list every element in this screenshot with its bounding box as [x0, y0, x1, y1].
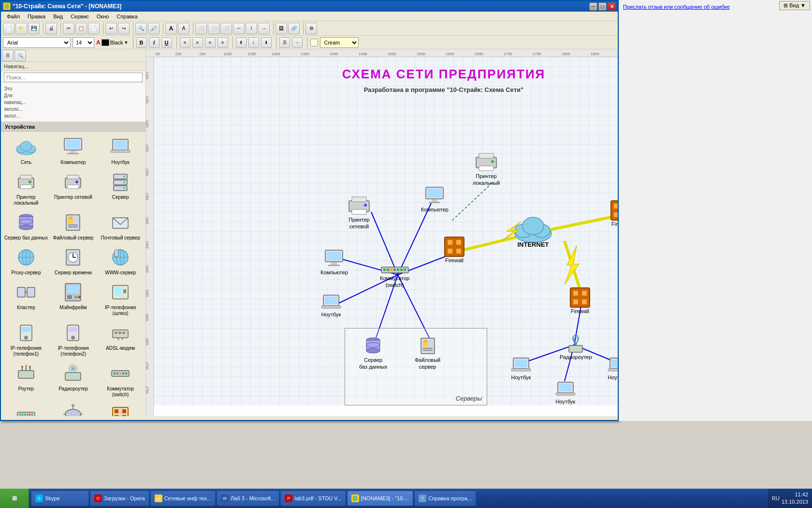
zoom-in-button[interactable]: 🔍 — [135, 23, 147, 34]
section-header-devices[interactable]: Устройства — [1, 122, 145, 132]
device-hub[interactable]: Хаб (Hub) — [3, 401, 49, 416]
size-select[interactable]: 14 — [72, 37, 94, 48]
zoom-out-button[interactable]: 🔎 — [148, 23, 160, 34]
minimize-button[interactable]: ─ — [589, 2, 597, 11]
device-satellite[interactable]: Спутниковая антенна — [50, 401, 97, 416]
fill-color-select[interactable]: Cream — [320, 37, 359, 48]
device-mainframe[interactable]: Мэйнфрейм — [50, 279, 97, 318]
taskbar-help[interactable]: ? Справка програ... — [414, 491, 476, 506]
search-input[interactable] — [4, 73, 143, 82]
device-ip2[interactable]: IP-телефония (телефон2) — [50, 319, 97, 359]
maximize-button[interactable]: □ — [598, 2, 607, 11]
font-select[interactable]: Arial — [3, 37, 71, 48]
taskbar-skype[interactable]: S Skype — [31, 491, 89, 506]
start-button[interactable]: ⊞ — [0, 489, 29, 508]
menu-help[interactable]: Справка — [113, 13, 141, 20]
print-button[interactable]: 🖨 — [45, 23, 57, 34]
tb-box2[interactable]: ⬜ — [208, 23, 219, 34]
computer-left-node[interactable]: Компьютер — [320, 248, 348, 275]
laptop-bottom2-node[interactable]: Ноутбук — [607, 357, 618, 380]
tb-box3[interactable]: ⬜ — [220, 23, 232, 34]
cut-button[interactable]: ✂ — [63, 23, 74, 34]
device-adsl[interactable]: ADSL-модем — [97, 319, 144, 359]
align-justify-button[interactable]: ≡ — [218, 37, 228, 48]
tb-settings[interactable]: ⚙ — [305, 23, 317, 34]
device-ip1[interactable]: IP-телефония (телефон1) — [3, 319, 49, 359]
menu-view[interactable]: Вид — [49, 13, 67, 20]
menu-service[interactable]: Сервис — [67, 13, 93, 20]
tb-link[interactable]: 🔗 — [288, 23, 300, 34]
computer-top-node[interactable]: Компьютер — [421, 185, 449, 212]
sidebar-btn1[interactable]: ☰ — [2, 50, 14, 61]
align-center-button[interactable]: ≡ — [192, 37, 203, 48]
text-color-button[interactable]: A Black ▼ — [96, 39, 129, 46]
device-proxy[interactable]: Proxy-сервер — [3, 244, 49, 278]
valign-middle-button[interactable]: ↕ — [248, 37, 259, 48]
open-button[interactable]: 📁 — [15, 23, 27, 34]
device-server[interactable]: Сервер — [97, 168, 144, 208]
underline-button[interactable]: U — [161, 37, 172, 48]
file-server-node[interactable]: Файловыйсервер — [415, 335, 440, 371]
device-time-server[interactable]: Сервер времени — [50, 244, 97, 278]
device-ip-gw[interactable]: IP-телефония (шлюз) — [97, 279, 144, 318]
device-computer[interactable]: Компьютер — [50, 134, 97, 167]
firewall-right-node[interactable]: Firewall — [610, 200, 618, 227]
device-cloud[interactable]: Сеть — [3, 134, 49, 167]
firewall-bottom-node[interactable]: Firewall — [569, 287, 591, 314]
device-mail-server[interactable]: Почтовый сервер — [97, 209, 144, 243]
copy-button[interactable]: 📋 — [75, 23, 87, 34]
align-left-button[interactable]: ≡ — [180, 37, 190, 48]
printer-local-top-node[interactable]: Принтерлокальный — [473, 151, 500, 187]
switch-center-node[interactable]: Коммутатор(switch) — [380, 265, 409, 289]
device-printer-network[interactable]: Принтер сетевой — [50, 168, 97, 208]
tb-box1[interactable]: ⬜ — [195, 23, 207, 34]
valign-bottom-button[interactable]: ⬇ — [261, 37, 272, 48]
device-switch[interactable]: Коммутатор (switch) — [97, 360, 144, 400]
device-laptop[interactable]: Ноутбук — [97, 134, 144, 167]
firewall-center-node[interactable]: Firewall — [444, 236, 465, 263]
indent-button[interactable]: → — [292, 37, 303, 48]
menu-window[interactable]: Окно — [93, 13, 113, 20]
fill-color-button[interactable] — [310, 39, 318, 46]
italic-button[interactable]: I — [149, 37, 160, 48]
taskbar-opera[interactable]: O Загрузки - Opera — [90, 491, 149, 506]
printer-network-node[interactable]: Принтерсетевой — [347, 195, 371, 230]
device-cluster[interactable]: Кластер — [3, 279, 49, 318]
taskbar-folder[interactable]: 📁 Сетевые инф тех... — [150, 491, 216, 506]
canvas-scroll[interactable]: СХЕМА СЕТИ ПРЕДПРИЯТИЯ Разработана в про… — [154, 57, 618, 405]
tb-line1[interactable]: ─ — [233, 23, 245, 34]
laptop-bottom1-node[interactable]: Ноутбук — [510, 357, 532, 380]
feedback-link[interactable]: Прислать отзыв или сообщение об ошибке — [623, 4, 730, 10]
undo-button[interactable]: ↩ — [105, 23, 117, 34]
device-file-server[interactable]: Файловый сервер — [50, 209, 97, 243]
taskbar-app-active[interactable]: 🌐 [NONAME3] - "10-... — [347, 491, 413, 506]
sidebar-btn2[interactable]: 🔍 — [14, 50, 26, 61]
tb-line2[interactable]: / — [246, 23, 257, 34]
db-server-node[interactable]: Сервербаз данных — [359, 335, 387, 371]
device-printer-local[interactable]: Принтер локальный — [3, 168, 49, 208]
device-radio-router[interactable]: Радиороутер — [50, 360, 97, 400]
new-button[interactable]: 📄 — [3, 23, 14, 34]
taskbar-pdf[interactable]: P lab3.pdf - STDU V... — [280, 491, 346, 506]
menu-file[interactable]: Файл — [3, 13, 24, 20]
device-router[interactable]: Роутер — [3, 360, 49, 400]
radiorouter-node[interactable]: Радиороутер — [560, 333, 592, 360]
view-button[interactable]: ⊞ Вид ▼ — [779, 1, 810, 10]
taskbar-word[interactable]: W Лаб 3 - Microsoft... — [217, 491, 279, 506]
bold-button[interactable]: B — [136, 37, 147, 48]
save-button[interactable]: 💾 — [28, 23, 40, 34]
color-dropdown-arrow[interactable]: ▼ — [124, 40, 129, 45]
paste-button[interactable]: 📄 — [88, 23, 100, 34]
close-button[interactable]: ✕ — [608, 2, 616, 11]
device-www[interactable]: WWW-сервер — [97, 244, 144, 278]
tb-a1[interactable]: A — [165, 23, 177, 34]
align-right-button[interactable]: ≡ — [205, 37, 216, 48]
valign-top-button[interactable]: ⬆ — [236, 37, 246, 48]
menu-edit[interactable]: Правка — [24, 13, 49, 20]
tb-img[interactable]: 🖼 — [276, 23, 287, 34]
device-db-server[interactable]: Сервер баз данных — [3, 209, 49, 243]
laptop-left-node[interactable]: Ноутбук — [320, 294, 342, 317]
device-brandmauer[interactable]: Брандмауэр — [97, 401, 144, 416]
tb-a2[interactable]: A — [178, 23, 189, 34]
laptop-bottom3-node[interactable]: Ноутбук — [555, 381, 576, 404]
